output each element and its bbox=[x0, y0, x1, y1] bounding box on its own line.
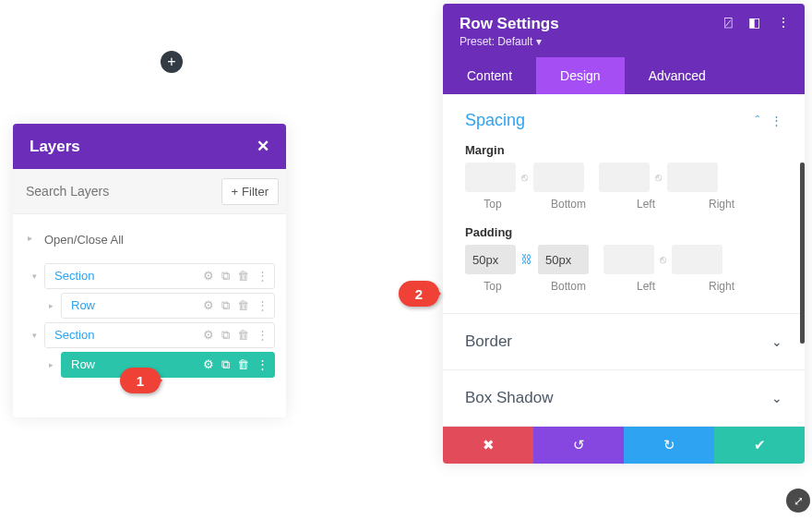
save-button[interactable]: ✔ bbox=[714, 427, 805, 464]
trash-icon[interactable]: 🗑 bbox=[237, 298, 249, 312]
tree-row-section[interactable]: ▾ Section ⚙ ⧉ 🗑 ⋮ bbox=[24, 321, 275, 348]
chevron-down-icon: ⌄ bbox=[771, 334, 782, 349]
layer-label: Row bbox=[71, 357, 95, 371]
padding-sub-labels: Top Bottom Left Right bbox=[465, 280, 782, 293]
layer-label: Section bbox=[54, 328, 94, 342]
annotation-callout-2: 2 bbox=[399, 281, 439, 307]
sub-label-bottom: Bottom bbox=[541, 280, 596, 293]
kebab-icon[interactable]: ⋮ bbox=[257, 269, 269, 283]
tab-design[interactable]: Design bbox=[536, 57, 625, 94]
padding-bottom-input[interactable] bbox=[538, 245, 589, 274]
layer-item-actions: ⚙ ⧉ 🗑 ⋮ bbox=[203, 269, 269, 284]
layer-item[interactable]: Section ⚙ ⧉ 🗑 ⋮ bbox=[44, 322, 275, 348]
section-title-text: Spacing bbox=[465, 111, 525, 130]
kebab-icon[interactable]: ⋮ bbox=[257, 298, 269, 312]
preset-label: Preset: Default bbox=[460, 35, 532, 48]
gear-icon[interactable]: ⚙ bbox=[203, 269, 214, 283]
focus-icon[interactable]: ⍁ bbox=[724, 15, 732, 30]
close-icon[interactable]: ✕ bbox=[257, 137, 269, 156]
duplicate-icon[interactable]: ⧉ bbox=[221, 328, 230, 343]
gear-icon[interactable]: ⚙ bbox=[203, 357, 214, 371]
layer-item-actions: ⚙ ⧉ 🗑 ⋮ bbox=[203, 298, 269, 313]
scrollbar[interactable] bbox=[800, 163, 805, 344]
search-input[interactable] bbox=[20, 176, 221, 206]
open-close-all[interactable]: Open/Close All bbox=[13, 223, 286, 260]
preset-selector[interactable]: Preset: Default ▾ bbox=[460, 35, 788, 48]
layer-item[interactable]: Row ⚙ ⧉ 🗑 ⋮ bbox=[61, 293, 275, 319]
filter-button[interactable]: + Filter bbox=[221, 178, 279, 205]
disclosure-triangle-icon[interactable]: ▾ bbox=[28, 331, 41, 340]
gear-icon[interactable]: ⚙ bbox=[203, 298, 214, 312]
plus-icon: + bbox=[232, 185, 239, 199]
padding-left-input[interactable] bbox=[603, 245, 654, 274]
layer-item[interactable]: Section ⚙ ⧉ 🗑 ⋮ bbox=[44, 263, 275, 289]
section-header-spacing[interactable]: Spacing ˆ ⋮ bbox=[465, 111, 782, 130]
kebab-icon[interactable]: ⋮ bbox=[257, 357, 269, 371]
plus-icon: + bbox=[167, 54, 175, 70]
chevron-down-icon: ▾ bbox=[536, 35, 542, 48]
section-title-text: Border bbox=[465, 332, 512, 351]
layers-search-bar: + Filter bbox=[13, 169, 286, 214]
kebab-icon[interactable]: ⋮ bbox=[770, 114, 782, 127]
cancel-button[interactable]: ✖ bbox=[443, 427, 533, 464]
add-button[interactable]: + bbox=[161, 51, 183, 73]
tab-advanced[interactable]: Advanced bbox=[625, 57, 730, 94]
layer-item-actions: ⚙ ⧉ 🗑 ⋮ bbox=[203, 357, 269, 372]
margin-inputs: ⎋ ⎋ bbox=[465, 163, 782, 192]
sub-label-top: Top bbox=[465, 280, 520, 293]
duplicate-icon[interactable]: ⧉ bbox=[221, 298, 230, 313]
check-icon: ✔ bbox=[754, 437, 766, 453]
undo-icon: ↺ bbox=[573, 437, 585, 453]
row-settings-panel: Row Settings Preset: Default ▾ ⍁ ◧ ⋮ Con… bbox=[443, 4, 805, 464]
redo-button[interactable]: ↻ bbox=[624, 427, 714, 464]
margin-top-input[interactable] bbox=[465, 163, 516, 192]
section-title-text: Box Shadow bbox=[465, 389, 553, 407]
section-spacing: Spacing ˆ ⋮ Margin ⎋ ⎋ bbox=[443, 94, 805, 314]
section-box-shadow[interactable]: Box Shadow ⌄ bbox=[443, 370, 805, 427]
margin-left-input[interactable] bbox=[599, 163, 650, 192]
filter-label: Filter bbox=[242, 185, 269, 199]
margin-bottom-input[interactable] bbox=[533, 163, 584, 192]
sub-label-bottom: Bottom bbox=[541, 198, 596, 211]
tree-row-section[interactable]: ▾ Section ⚙ ⧉ 🗑 ⋮ bbox=[24, 262, 275, 289]
section-header-actions: ˆ ⋮ bbox=[756, 114, 782, 127]
tab-content[interactable]: Content bbox=[443, 57, 536, 94]
undo-button[interactable]: ↺ bbox=[533, 427, 624, 464]
layers-header: Layers ✕ bbox=[13, 124, 286, 169]
duplicate-icon[interactable]: ⧉ bbox=[221, 269, 230, 284]
sub-label-left: Left bbox=[618, 280, 674, 293]
redo-icon: ↻ bbox=[663, 437, 675, 453]
tree-row-row[interactable]: ▸ Row ⚙ ⧉ 🗑 ⋮ bbox=[24, 292, 275, 319]
sub-label-top: Top bbox=[465, 198, 520, 211]
trash-icon[interactable]: 🗑 bbox=[237, 328, 249, 342]
disclosure-triangle-icon[interactable]: ▾ bbox=[28, 272, 41, 281]
section-border[interactable]: Border ⌄ bbox=[443, 314, 805, 370]
gear-icon[interactable]: ⚙ bbox=[203, 328, 214, 342]
kebab-icon[interactable]: ⋮ bbox=[257, 328, 269, 342]
link-icon[interactable]: ⎋ bbox=[655, 171, 662, 184]
trash-icon[interactable]: 🗑 bbox=[237, 269, 249, 283]
padding-right-input[interactable] bbox=[672, 245, 722, 274]
link-icon[interactable]: ⛓ bbox=[521, 253, 532, 266]
settings-body: Spacing ˆ ⋮ Margin ⎋ ⎋ bbox=[443, 94, 805, 427]
padding-top-input[interactable] bbox=[465, 245, 516, 274]
sub-label-right: Right bbox=[694, 280, 749, 293]
disclosure-triangle-icon[interactable]: ▸ bbox=[44, 301, 57, 310]
margin-right-input[interactable] bbox=[667, 163, 718, 192]
expand-button[interactable]: ⤢ bbox=[786, 489, 810, 513]
kebab-icon[interactable]: ⋮ bbox=[777, 15, 790, 30]
chevron-up-icon[interactable]: ˆ bbox=[756, 114, 759, 127]
link-icon[interactable]: ⎋ bbox=[660, 253, 666, 266]
header-actions: ⍁ ◧ ⋮ bbox=[724, 15, 790, 30]
columns-icon[interactable]: ◧ bbox=[748, 15, 760, 30]
annotation-callout-1: 1 bbox=[120, 368, 161, 393]
layer-label: Section bbox=[54, 269, 94, 283]
trash-icon[interactable]: 🗑 bbox=[237, 357, 249, 371]
settings-header: Row Settings Preset: Default ▾ ⍁ ◧ ⋮ bbox=[443, 4, 805, 57]
layer-item-actions: ⚙ ⧉ 🗑 ⋮ bbox=[203, 328, 269, 343]
duplicate-icon[interactable]: ⧉ bbox=[221, 357, 230, 372]
padding-label: Padding bbox=[465, 225, 782, 239]
link-icon[interactable]: ⎋ bbox=[521, 171, 528, 184]
disclosure-triangle-icon[interactable]: ▸ bbox=[44, 360, 57, 369]
padding-inputs: ⛓ ⎋ bbox=[465, 245, 782, 274]
